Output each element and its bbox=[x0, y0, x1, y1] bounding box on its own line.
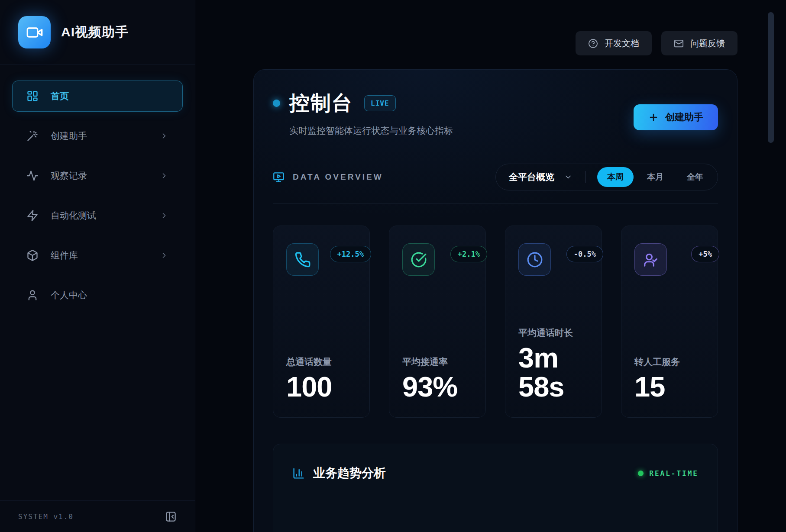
create-assistant-label: 创建助手 bbox=[665, 111, 703, 124]
period-tabs: 本周 本月 全年 bbox=[597, 167, 713, 187]
sidebar-item-label: 创建助手 bbox=[51, 130, 148, 142]
data-overview-label: DATA OVERVIEW bbox=[293, 172, 383, 182]
sidebar-item-observation-log[interactable]: 观察记录 bbox=[12, 160, 183, 191]
stat-card-bottom: 总通话数量 100 bbox=[286, 356, 356, 402]
stat-delta-badge: -0.5% bbox=[566, 246, 603, 262]
monitor-play-icon bbox=[273, 171, 285, 183]
chevron-right-icon bbox=[160, 171, 168, 180]
realtime-status-dot bbox=[638, 471, 644, 476]
console-header: 控制台 LIVE 实时监控智能体运行状态与业务核心指标 创建助手 bbox=[273, 90, 718, 137]
page-subtitle: 实时监控智能体运行状态与业务核心指标 bbox=[289, 125, 453, 137]
magic-wand-icon bbox=[26, 130, 39, 142]
video-camera-icon bbox=[26, 24, 43, 41]
help-circle-icon bbox=[588, 39, 598, 48]
sidebar-item-personal-center[interactable]: 个人中心 bbox=[12, 280, 183, 311]
tab-full-year[interactable]: 全年 bbox=[677, 167, 713, 187]
sidebar-item-label: 观察记录 bbox=[51, 170, 148, 182]
console-header-left: 控制台 LIVE 实时监控智能体运行状态与业务核心指标 bbox=[273, 90, 453, 137]
stat-delta-badge: +2.1% bbox=[450, 246, 487, 262]
stat-card-bottom: 转人工服务 15 bbox=[634, 356, 705, 402]
tab-this-month[interactable]: 本月 bbox=[637, 167, 673, 187]
stat-value: 3m 58s bbox=[518, 343, 589, 402]
stat-cards-row: +12.5% 总通话数量 100 +2.1% 平均接通率 93% bbox=[273, 226, 718, 418]
data-overview-heading: DATA OVERVIEW bbox=[273, 171, 383, 183]
chevron-down-icon bbox=[564, 173, 573, 181]
stat-label: 转人工服务 bbox=[634, 356, 705, 368]
stat-delta-badge: +12.5% bbox=[330, 246, 371, 262]
clock-icon-tile bbox=[518, 243, 551, 276]
live-badge: LIVE bbox=[364, 95, 396, 111]
trend-header: 业务趋势分析 REAL-TIME bbox=[292, 465, 699, 481]
sidebar: AI视频助手 首页 创建助手 观察记录 自动化测试 bbox=[0, 0, 195, 532]
clock-icon bbox=[527, 251, 543, 268]
mail-icon bbox=[674, 39, 684, 48]
sidebar-header: AI视频助手 bbox=[0, 0, 195, 65]
bar-chart-icon bbox=[292, 467, 305, 480]
trend-title-group: 业务趋势分析 bbox=[292, 465, 386, 481]
top-toolbar: 开发文档 问题反馈 bbox=[576, 31, 737, 55]
realtime-badge: REAL-TIME bbox=[638, 469, 699, 477]
dev-docs-label: 开发文档 bbox=[605, 38, 639, 49]
stat-value: 100 bbox=[286, 372, 356, 402]
data-overview-row: DATA OVERVIEW 全平台概览 本周 本月 全年 bbox=[273, 164, 718, 204]
console-panel: 控制台 LIVE 实时监控智能体运行状态与业务核心指标 创建助手 DATA OV… bbox=[253, 69, 737, 532]
trend-title: 业务趋势分析 bbox=[313, 465, 386, 481]
stat-card-avg-duration: -0.5% 平均通话时长 3m 58s bbox=[505, 226, 602, 418]
stat-card-bottom: 平均通话时长 3m 58s bbox=[518, 327, 589, 402]
create-assistant-button[interactable]: 创建助手 bbox=[634, 104, 718, 130]
sidebar-item-label: 首页 bbox=[51, 90, 168, 102]
system-version: SYSTEM v1.0 bbox=[18, 513, 74, 521]
phone-icon bbox=[294, 251, 311, 268]
app-logo bbox=[18, 16, 51, 48]
sidebar-item-label: 自动化测试 bbox=[51, 210, 148, 222]
sidebar-footer: SYSTEM v1.0 bbox=[0, 500, 195, 532]
stat-label: 总通话数量 bbox=[286, 356, 356, 368]
chevron-right-icon bbox=[160, 211, 168, 220]
collapse-sidebar-button[interactable] bbox=[165, 511, 177, 522]
divider bbox=[585, 171, 586, 183]
dashboard-grid-icon bbox=[26, 90, 39, 102]
user-check-icon bbox=[643, 251, 659, 268]
sidebar-item-component-library[interactable]: 组件库 bbox=[12, 240, 183, 271]
lightning-zap-icon bbox=[26, 210, 39, 222]
stat-label: 平均通话时长 bbox=[518, 327, 589, 339]
sidebar-nav: 首页 创建助手 观察记录 自动化测试 组件库 bbox=[0, 65, 195, 500]
tab-this-week[interactable]: 本周 bbox=[597, 167, 634, 187]
page-title: 控制台 bbox=[289, 90, 353, 117]
dev-docs-button[interactable]: 开发文档 bbox=[576, 31, 652, 55]
platform-dropdown[interactable]: 全平台概览 bbox=[509, 171, 573, 183]
status-dot bbox=[273, 100, 280, 107]
overview-controls: 全平台概览 本周 本月 全年 bbox=[495, 164, 718, 190]
sidebar-item-label: 组件库 bbox=[51, 249, 148, 261]
check-circle-icon bbox=[411, 251, 427, 268]
stat-card-bottom: 平均接通率 93% bbox=[402, 356, 472, 402]
sidebar-item-automation-test[interactable]: 自动化测试 bbox=[12, 200, 183, 231]
feedback-button[interactable]: 问题反馈 bbox=[661, 31, 737, 55]
chevron-right-icon bbox=[160, 132, 168, 140]
stat-card-answer-rate: +2.1% 平均接通率 93% bbox=[389, 226, 486, 418]
cube-box-icon bbox=[26, 249, 39, 261]
stat-label: 平均接通率 bbox=[402, 356, 472, 368]
platform-dropdown-value: 全平台概览 bbox=[509, 171, 554, 183]
stat-value: 93% bbox=[402, 372, 472, 402]
stat-value: 15 bbox=[634, 372, 705, 402]
phone-icon-tile bbox=[286, 243, 319, 276]
sidebar-item-create-assistant[interactable]: 创建助手 bbox=[12, 120, 183, 152]
scrollbar-thumb[interactable] bbox=[768, 12, 774, 143]
activity-pulse-icon bbox=[26, 170, 39, 182]
stat-delta-badge: +5% bbox=[691, 246, 719, 262]
sidebar-item-label: 个人中心 bbox=[51, 289, 168, 301]
chevron-right-icon bbox=[160, 251, 168, 260]
user-icon bbox=[26, 289, 39, 301]
sidebar-item-home[interactable]: 首页 bbox=[12, 81, 183, 112]
user-check-icon-tile bbox=[634, 243, 667, 276]
plus-icon bbox=[648, 112, 659, 123]
realtime-label: REAL-TIME bbox=[649, 469, 699, 477]
feedback-label: 问题反馈 bbox=[690, 38, 725, 49]
stat-card-human-transfer: +5% 转人工服务 15 bbox=[621, 226, 718, 418]
main-area: 开发文档 问题反馈 控制台 LIVE 实时监控智能体运行状态与业务核心指标 bbox=[195, 0, 786, 532]
app-root: AI视频助手 首页 创建助手 观察记录 自动化测试 bbox=[0, 0, 786, 532]
stat-card-total-calls: +12.5% 总通话数量 100 bbox=[273, 226, 370, 418]
check-circle-icon-tile bbox=[402, 243, 435, 276]
panel-collapse-icon bbox=[165, 511, 177, 522]
